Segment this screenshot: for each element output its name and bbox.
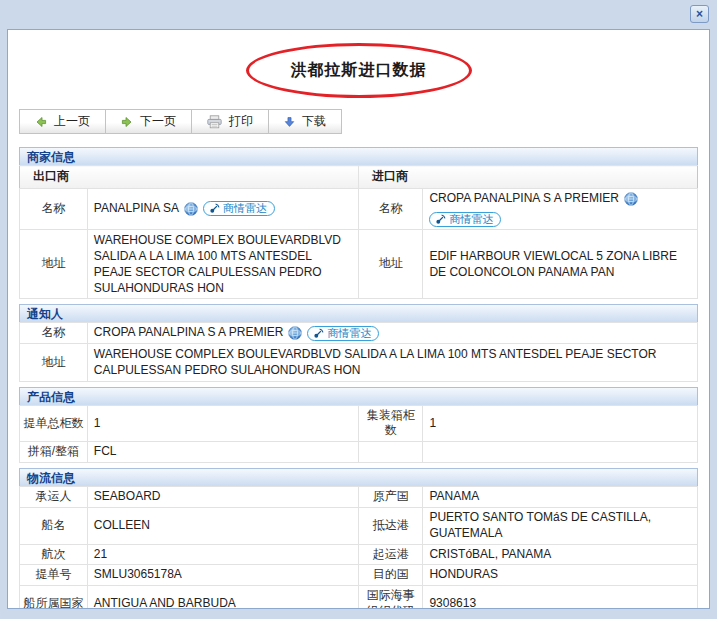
field-label [358,442,422,463]
table-row: 名称 PANALPINA SA [20,188,698,229]
importer-name-cell: CROPA PANALPINA S A PREMIER [423,188,698,229]
printer-icon [207,115,222,129]
field-value [423,442,698,463]
field-value: PANAMA [423,487,698,508]
field-label: 地址 [358,229,422,299]
prev-page-button[interactable]: 上一页 [19,109,106,134]
radar-icon [435,214,446,225]
dialog-titlebar: × [0,0,717,29]
field-value: 1 [87,405,358,442]
download-button[interactable]: 下载 [268,109,342,134]
field-value: CRISTóBAL, PANAMA [423,544,698,565]
print-button[interactable]: 打印 [191,109,269,134]
table-row: 名称 CROPA PANALPINA S A PREMIER [20,323,698,344]
exporter-address-value: WAREHOUSE COMPLEX BOULEVARDBLVD SALIDA A… [87,229,358,299]
product-table: 提单总柜数 1 集装箱柜数 1 拼箱/整箱 FCL [19,405,698,463]
exporter-column-header: 出口商 [20,166,359,189]
next-page-button[interactable]: 下一页 [105,109,192,134]
section-header-logistics: 物流信息 [19,468,698,486]
field-label: 提单总柜数 [20,405,88,442]
field-label: 国际海事组织代码 [358,586,422,609]
download-label: 下载 [302,113,326,130]
table-row: 船名 COLLEEN 抵达港 PUERTO SANTO TOMáS DE CAS… [20,507,698,544]
field-value: FCL [87,442,358,463]
next-page-label: 下一页 [140,113,176,130]
field-label: 起运港 [358,544,422,565]
shangqing-radar-badge[interactable]: 商情雷达 [307,326,379,341]
table-row: 地址 WAREHOUSE COMPLEX BOULEVARDBLVD SALID… [20,229,698,299]
notify-table: 名称 CROPA PANALPINA S A PREMIER [19,322,698,381]
field-label: 名称 [20,188,88,229]
field-label: 目的国 [358,565,422,586]
prev-page-label: 上一页 [54,113,90,130]
field-value: PUERTO SANTO TOMáS DE CASTILLA, GUATEMAL… [423,507,698,544]
table-row: 出口商 进口商 [20,166,698,189]
radar-badge-label: 商情雷达 [449,213,493,226]
field-label: 船所属国家 [20,586,88,609]
toolbar: 上一页 下一页 打印 [19,109,342,134]
importer-name-value: CROPA PANALPINA S A PREMIER [429,191,619,207]
field-value: 21 [87,544,358,565]
dialog-window: × 洪都拉斯进口数据 上一页 下一页 [0,0,717,619]
field-label: 地址 [20,344,88,381]
field-value: SEABOARD [87,487,358,508]
close-button[interactable]: × [690,5,709,23]
shangqing-radar-badge[interactable]: 商情雷达 [429,212,501,227]
dialog-panel: 洪都拉斯进口数据 上一页 下一页 [7,29,710,609]
field-label: 名称 [20,323,88,344]
arrow-left-icon [35,116,47,128]
field-value: 1 [423,405,698,442]
section-header-merchant: 商家信息 [19,147,698,165]
field-value: COLLEEN [87,507,358,544]
close-icon: × [696,7,703,21]
field-label: 承运人 [20,487,88,508]
notify-address-value: WAREHOUSE COMPLEX BOULEVARDBLVD SALIDA A… [87,344,697,381]
section-header-notify: 通知人 [19,304,698,322]
radar-icon [209,203,220,214]
section-merchant-info: 商家信息 出口商 进口商 名称 PANALPINA SA [19,147,698,299]
field-value: 9308613 [423,586,698,609]
notify-name-cell: CROPA PANALPINA S A PREMIER [87,323,697,344]
section-header-product: 产品信息 [19,387,698,405]
field-label: 拼箱/整箱 [20,442,88,463]
field-label: 原产国 [358,487,422,508]
importer-address-value: EDIF HARBOUR VIEWLOCAL 5 ZONA LIBRE DE C… [423,229,698,299]
radar-icon [313,328,324,339]
field-label: 集装箱柜数 [358,405,422,442]
arrow-right-icon [121,116,133,128]
globe-icon[interactable] [624,192,638,206]
logistics-table: 承运人 SEABOARD 原产国 PANAMA 船名 COLLEEN 抵达港 P… [19,486,698,609]
field-value: ANTIGUA AND BARBUDA [87,586,358,609]
exporter-name-value: PANALPINA SA [94,201,179,217]
download-arrow-icon [284,116,295,128]
print-label: 打印 [229,113,253,130]
notify-name-value: CROPA PANALPINA S A PREMIER [94,325,284,341]
field-label: 名称 [358,188,422,229]
section-logistics-info: 物流信息 承运人 SEABOARD 原产国 PANAMA 船名 COLLEEN … [19,468,698,609]
red-ellipse-annotation: 洪都拉斯进口数据 [246,43,472,98]
field-label: 地址 [20,229,88,299]
field-label: 船名 [20,507,88,544]
field-label: 提单号 [20,565,88,586]
section-product-info: 产品信息 提单总柜数 1 集装箱柜数 1 拼箱/整箱 FCL [19,387,698,463]
section-notify-party: 通知人 名称 CROPA PANALPINA S A PREMIER [19,304,698,381]
field-value: HONDURAS [423,565,698,586]
exporter-name-cell: PANALPINA SA [87,188,358,229]
globe-icon[interactable] [184,202,198,216]
globe-icon[interactable] [288,326,302,340]
table-row: 提单总柜数 1 集装箱柜数 1 [20,405,698,442]
table-row: 船所属国家 ANTIGUA AND BARBUDA 国际海事组织代码 93086… [20,586,698,609]
merchant-table: 出口商 进口商 名称 PANALPINA SA [19,165,698,299]
field-label: 航次 [20,544,88,565]
field-value: SMLU3065178A [87,565,358,586]
field-label: 抵达港 [358,507,422,544]
importer-column-header: 进口商 [358,166,697,189]
radar-badge-label: 商情雷达 [223,202,267,215]
table-row: 地址 WAREHOUSE COMPLEX BOULEVARDBLVD SALID… [20,344,698,381]
table-row: 承运人 SEABOARD 原产国 PANAMA [20,487,698,508]
shangqing-radar-badge[interactable]: 商情雷达 [203,201,275,216]
radar-badge-label: 商情雷达 [327,327,371,340]
title-area: 洪都拉斯进口数据 [19,43,698,103]
table-row: 航次 21 起运港 CRISTóBAL, PANAMA [20,544,698,565]
table-row: 提单号 SMLU3065178A 目的国 HONDURAS [20,565,698,586]
